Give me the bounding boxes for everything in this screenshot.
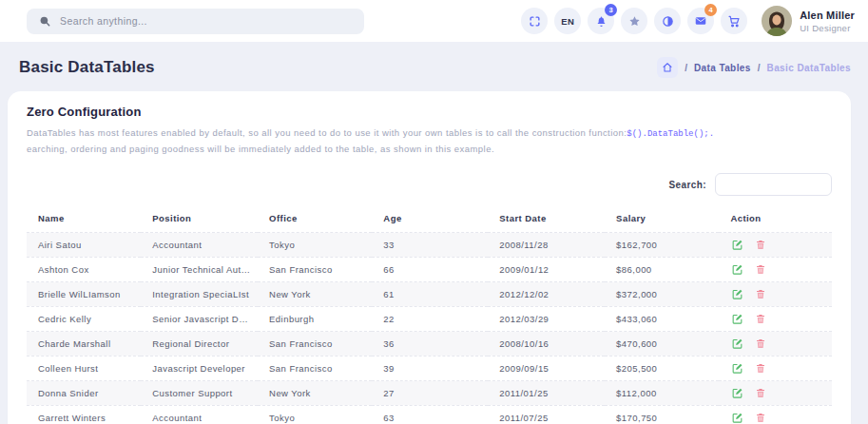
messages-badge: 4 [704, 4, 717, 16]
trash-icon [755, 387, 766, 399]
cell-action [719, 233, 832, 258]
language-selector[interactable]: EN [554, 8, 581, 34]
cell-age: 27 [372, 381, 488, 406]
column-header-action[interactable]: Action [719, 205, 832, 233]
cell-age: 61 [372, 282, 488, 307]
delete-button[interactable] [753, 238, 767, 252]
page-title: Basic DataTables [19, 58, 155, 77]
delete-button[interactable] [753, 287, 767, 301]
cell-position: Accountant [141, 233, 258, 258]
column-header-age[interactable]: Age [372, 205, 488, 233]
cell-action [719, 282, 832, 307]
global-search-input[interactable] [60, 15, 353, 27]
delete-button[interactable] [753, 386, 767, 400]
user-menu[interactable]: Alen Miller UI Designer [762, 6, 855, 36]
breadcrumb-item-data-tables[interactable]: Data Tables [694, 63, 751, 73]
breadcrumb: / Data Tables / Basic DataTables [657, 57, 851, 78]
edit-button[interactable] [730, 411, 744, 424]
trash-icon [755, 412, 766, 424]
column-header-office[interactable]: Office [258, 205, 372, 233]
card-description: DataTables has most features enabled by … [27, 125, 832, 157]
notifications-button[interactable]: 3 [588, 8, 614, 34]
breadcrumb-separator: / [758, 63, 761, 73]
cell-start-date: 2012/03/29 [488, 307, 605, 332]
notifications-badge: 3 [605, 4, 617, 16]
card-title: Zero Configuration [27, 105, 832, 119]
edit-button[interactable] [730, 361, 744, 376]
cell-office: New York [258, 282, 372, 307]
contrast-icon [662, 15, 674, 28]
cell-salary: $170,750 [605, 406, 719, 424]
header-icon-tray: EN 3 4 [521, 6, 855, 36]
trash-icon [755, 239, 766, 251]
global-search[interactable] [27, 9, 364, 34]
table-row: Cedric KellySenior Javascript Develop…Ed… [27, 307, 832, 332]
edit-button[interactable] [730, 337, 744, 351]
table-search-label: Search: [669, 180, 707, 190]
data-table: Name Position Office Age Start Date Sala… [27, 205, 832, 424]
cell-office: New York [258, 381, 372, 406]
column-header-salary[interactable]: Salary [605, 205, 719, 233]
cell-name: Brielle WilLIamson [27, 282, 141, 307]
cell-position: Regional Director [141, 332, 258, 357]
cell-start-date: 2011/07/25 [488, 406, 605, 424]
table-search-input[interactable] [715, 173, 832, 196]
table-body: Airi SatouAccountantTokyo332008/11/28$16… [27, 233, 832, 424]
cell-position: Senior Javascript Develop… [141, 307, 258, 332]
cell-salary: $372,000 [605, 282, 719, 307]
cell-name: Garrett Winters [27, 406, 141, 424]
cell-name: Donna Snider [27, 381, 141, 406]
delete-button[interactable] [753, 312, 767, 326]
cell-start-date: 2011/01/25 [488, 381, 605, 406]
user-role: UI Designer [800, 23, 855, 33]
edit-button[interactable] [730, 238, 744, 252]
delete-button[interactable] [753, 337, 767, 351]
cell-position: Integration SpeciaLIst [141, 282, 258, 307]
edit-button[interactable] [730, 386, 744, 400]
home-icon [662, 62, 673, 73]
cell-age: 22 [372, 307, 488, 332]
theme-toggle-button[interactable] [654, 8, 681, 34]
search-icon [38, 14, 51, 28]
cell-start-date: 2009/09/15 [488, 357, 605, 381]
cell-office: Tokyo [258, 233, 372, 258]
column-header-start-date[interactable]: Start Date [488, 205, 605, 233]
edit-icon [731, 412, 743, 424]
cell-age: 66 [372, 258, 488, 282]
top-header: EN 3 4 [0, 0, 868, 42]
fullscreen-button[interactable] [521, 8, 548, 34]
messages-button[interactable]: 4 [687, 8, 714, 34]
fullscreen-icon [529, 15, 541, 28]
breadcrumb-home[interactable] [657, 57, 678, 78]
avatar[interactable] [762, 6, 792, 36]
cell-office: Tokyo [258, 406, 372, 424]
cell-action [719, 406, 832, 424]
cell-name: Charde Marshall [27, 332, 141, 357]
edit-icon [731, 362, 743, 375]
cell-age: 33 [372, 233, 488, 258]
table-row: Brielle WilLIamsonIntegration SpeciaLIst… [27, 282, 832, 307]
cell-start-date: 2009/01/12 [488, 258, 605, 282]
edit-button[interactable] [730, 312, 744, 326]
cell-position: Customer Support [141, 381, 258, 406]
card-description-line2: earching, ordering and paging goodness w… [27, 144, 494, 154]
favorites-button[interactable] [621, 8, 647, 34]
column-header-position[interactable]: Position [141, 205, 258, 233]
table-row: Charde MarshallRegional DirectorSan Fran… [27, 332, 832, 357]
cell-action [719, 332, 832, 357]
column-header-name[interactable]: Name [27, 205, 141, 233]
edit-button[interactable] [730, 287, 744, 301]
edit-button[interactable] [730, 262, 744, 277]
inline-code: $().DataTable(); [627, 129, 708, 139]
edit-icon [731, 239, 743, 251]
cell-salary: $470,600 [605, 332, 719, 357]
delete-button[interactable] [753, 361, 767, 376]
delete-button[interactable] [753, 262, 767, 277]
cell-office: San Francisco [258, 258, 372, 282]
cell-start-date: 2008/11/28 [488, 233, 605, 258]
cell-name: Cedric Kelly [27, 307, 141, 332]
edit-icon [731, 263, 743, 276]
delete-button[interactable] [753, 411, 767, 424]
cell-name: Airi Satou [27, 233, 141, 258]
cart-button[interactable] [721, 8, 747, 34]
